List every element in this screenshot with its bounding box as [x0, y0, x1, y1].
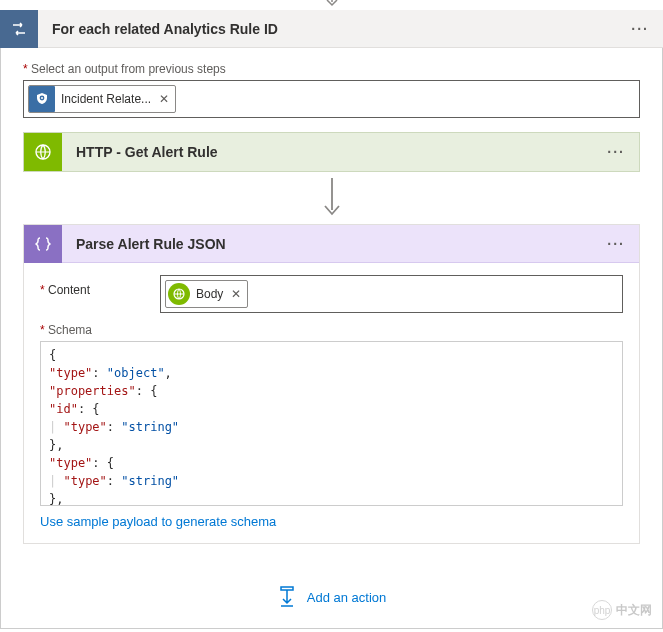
foreach-icon: [0, 10, 38, 48]
token-incident-related[interactable]: Incident Relate... ✕: [28, 85, 176, 113]
token-body-label: Body: [196, 287, 223, 301]
braces-icon: [24, 225, 62, 263]
connector-arrow: [23, 172, 640, 224]
foreach-menu-button[interactable]: ···: [631, 21, 663, 37]
select-output-label: * Select an output from previous steps: [23, 62, 640, 76]
token-label: Incident Relate...: [61, 92, 151, 106]
svg-point-1: [41, 97, 43, 99]
add-action-icon: [277, 586, 297, 608]
http-action-card[interactable]: HTTP - Get Alert Rule ···: [23, 132, 640, 172]
use-sample-payload-link[interactable]: Use sample payload to generate schema: [40, 506, 276, 529]
svg-rect-4: [281, 587, 293, 590]
parse-title: Parse Alert Rule JSON: [62, 236, 607, 252]
schema-textarea[interactable]: { "type": "object", "properties": { "id"…: [40, 341, 623, 506]
parse-json-card: Parse Alert Rule JSON ··· * Content Body: [23, 224, 640, 544]
foreach-title: For each related Analytics Rule ID: [38, 21, 631, 37]
schema-label: * Schema: [40, 323, 623, 337]
foreach-body-container: * Select an output from previous steps I…: [0, 48, 663, 629]
token-remove-icon[interactable]: ✕: [159, 92, 169, 106]
http-title: HTTP - Get Alert Rule: [62, 144, 607, 160]
incoming-arrow: [0, 0, 663, 10]
foreach-header[interactable]: For each related Analytics Rule ID ···: [0, 10, 663, 48]
token-body-remove-icon[interactable]: ✕: [231, 287, 241, 301]
content-input[interactable]: Body ✕: [160, 275, 623, 313]
content-label: * Content: [40, 275, 160, 297]
http-menu-button[interactable]: ···: [607, 144, 639, 160]
parse-menu-button[interactable]: ···: [607, 236, 639, 252]
token-body[interactable]: Body ✕: [165, 280, 248, 308]
add-action-button[interactable]: Add an action: [1, 564, 662, 628]
http-globe-icon: [24, 133, 62, 171]
select-output-input[interactable]: Incident Relate... ✕: [23, 80, 640, 118]
parse-json-header[interactable]: Parse Alert Rule JSON ···: [24, 225, 639, 263]
add-action-label: Add an action: [307, 590, 387, 605]
globe-icon: [168, 283, 190, 305]
shield-icon: [29, 86, 55, 112]
